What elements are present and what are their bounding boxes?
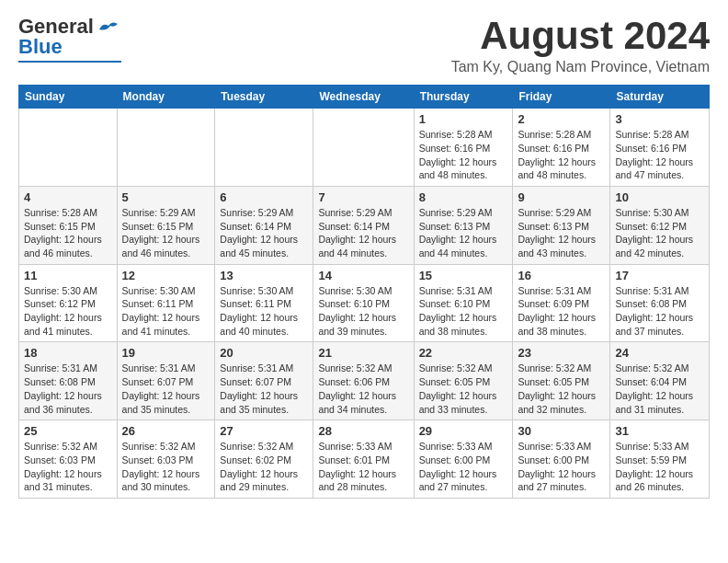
weekday-wednesday: Wednesday — [313, 86, 414, 109]
day-info: Sunrise: 5:32 AM Sunset: 6:02 PM Dayligh… — [220, 440, 308, 494]
day-info: Sunrise: 5:30 AM Sunset: 6:12 PM Dayligh… — [24, 284, 112, 339]
day-cell: 10Sunrise: 5:30 AM Sunset: 6:12 PM Dayli… — [610, 186, 710, 264]
day-cell: 29Sunrise: 5:33 AM Sunset: 6:00 PM Dayli… — [414, 420, 513, 499]
weekday-sunday: Sunday — [19, 86, 118, 109]
day-number: 28 — [318, 424, 408, 438]
day-cell: 26Sunrise: 5:32 AM Sunset: 6:03 PM Dayli… — [117, 420, 215, 499]
day-cell — [117, 109, 215, 187]
day-cell — [215, 109, 313, 187]
day-info: Sunrise: 5:29 AM Sunset: 6:15 PM Dayligh… — [122, 206, 210, 260]
day-number: 19 — [122, 346, 210, 360]
day-info: Sunrise: 5:29 AM Sunset: 6:14 PM Dayligh… — [220, 206, 308, 260]
day-info: Sunrise: 5:31 AM Sunset: 6:07 PM Dayligh… — [122, 362, 210, 416]
day-number: 18 — [24, 346, 112, 360]
day-info: Sunrise: 5:28 AM Sunset: 6:16 PM Dayligh… — [615, 128, 704, 182]
day-cell: 22Sunrise: 5:32 AM Sunset: 6:05 PM Dayli… — [414, 342, 513, 420]
day-info: Sunrise: 5:31 AM Sunset: 6:09 PM Dayligh… — [518, 284, 605, 339]
location: Tam Ky, Quang Nam Province, Vietnam — [451, 59, 710, 75]
day-info: Sunrise: 5:28 AM Sunset: 6:16 PM Dayligh… — [419, 128, 508, 182]
day-number: 21 — [318, 346, 408, 360]
day-cell: 31Sunrise: 5:33 AM Sunset: 5:59 PM Dayli… — [610, 420, 710, 499]
day-cell: 27Sunrise: 5:32 AM Sunset: 6:02 PM Dayli… — [215, 420, 313, 499]
day-number: 14 — [318, 269, 408, 282]
day-cell: 20Sunrise: 5:31 AM Sunset: 6:07 PM Dayli… — [215, 342, 313, 420]
day-number: 11 — [24, 269, 112, 282]
day-cell: 9Sunrise: 5:29 AM Sunset: 6:13 PM Daylig… — [513, 186, 610, 264]
day-info: Sunrise: 5:30 AM Sunset: 6:10 PM Dayligh… — [318, 284, 408, 339]
day-cell: 1Sunrise: 5:28 AM Sunset: 6:16 PM Daylig… — [414, 109, 513, 187]
day-info: Sunrise: 5:32 AM Sunset: 6:03 PM Dayligh… — [24, 440, 112, 494]
day-number: 7 — [318, 190, 408, 204]
day-info: Sunrise: 5:33 AM Sunset: 6:01 PM Dayligh… — [318, 440, 408, 494]
weekday-monday: Monday — [117, 86, 215, 109]
week-row-1: 1Sunrise: 5:28 AM Sunset: 6:16 PM Daylig… — [19, 109, 710, 187]
day-number: 9 — [518, 190, 605, 204]
day-number: 1 — [419, 112, 508, 126]
day-number: 23 — [518, 346, 605, 360]
day-number: 24 — [615, 346, 704, 360]
day-number: 8 — [419, 190, 508, 204]
day-info: Sunrise: 5:29 AM Sunset: 6:13 PM Dayligh… — [518, 206, 605, 260]
day-info: Sunrise: 5:30 AM Sunset: 6:11 PM Dayligh… — [122, 284, 210, 339]
day-number: 13 — [220, 269, 308, 282]
weekday-saturday: Saturday — [610, 86, 710, 109]
day-info: Sunrise: 5:32 AM Sunset: 6:05 PM Dayligh… — [419, 362, 508, 416]
day-number: 12 — [122, 269, 210, 282]
day-number: 4 — [24, 190, 112, 204]
logo-bird-icon — [96, 17, 121, 37]
week-row-4: 18Sunrise: 5:31 AM Sunset: 6:08 PM Dayli… — [19, 342, 710, 420]
week-row-3: 11Sunrise: 5:30 AM Sunset: 6:12 PM Dayli… — [19, 264, 710, 342]
weekday-thursday: Thursday — [414, 86, 513, 109]
logo-blue: Blue — [18, 35, 63, 59]
day-cell: 23Sunrise: 5:32 AM Sunset: 6:05 PM Dayli… — [513, 342, 610, 420]
day-number: 29 — [419, 424, 508, 438]
day-number: 31 — [615, 424, 704, 438]
day-number: 26 — [122, 424, 210, 438]
day-info: Sunrise: 5:28 AM Sunset: 6:15 PM Dayligh… — [24, 206, 112, 260]
day-cell: 2Sunrise: 5:28 AM Sunset: 6:16 PM Daylig… — [513, 109, 610, 187]
day-number: 15 — [419, 269, 508, 282]
day-number: 16 — [518, 269, 605, 282]
week-row-2: 4Sunrise: 5:28 AM Sunset: 6:15 PM Daylig… — [19, 186, 710, 264]
calendar-table: SundayMondayTuesdayWednesdayThursdayFrid… — [18, 85, 710, 499]
day-number: 6 — [220, 190, 308, 204]
day-cell: 21Sunrise: 5:32 AM Sunset: 6:06 PM Dayli… — [313, 342, 414, 420]
day-number: 22 — [419, 346, 508, 360]
day-cell: 17Sunrise: 5:31 AM Sunset: 6:08 PM Dayli… — [610, 264, 710, 342]
day-info: Sunrise: 5:32 AM Sunset: 6:04 PM Dayligh… — [615, 362, 704, 416]
logo-underline — [18, 61, 121, 63]
day-number: 20 — [220, 346, 308, 360]
day-info: Sunrise: 5:28 AM Sunset: 6:16 PM Dayligh… — [518, 128, 605, 182]
day-info: Sunrise: 5:32 AM Sunset: 6:03 PM Dayligh… — [122, 440, 210, 494]
day-cell: 18Sunrise: 5:31 AM Sunset: 6:08 PM Dayli… — [19, 342, 118, 420]
day-info: Sunrise: 5:33 AM Sunset: 5:59 PM Dayligh… — [615, 440, 704, 494]
day-cell: 12Sunrise: 5:30 AM Sunset: 6:11 PM Dayli… — [117, 264, 215, 342]
day-cell: 16Sunrise: 5:31 AM Sunset: 6:09 PM Dayli… — [513, 264, 610, 342]
day-info: Sunrise: 5:32 AM Sunset: 6:05 PM Dayligh… — [518, 362, 605, 416]
day-cell: 28Sunrise: 5:33 AM Sunset: 6:01 PM Dayli… — [313, 420, 414, 499]
header: General Blue August 2024 Tam Ky, Quang N… — [18, 15, 710, 75]
day-cell — [313, 109, 414, 187]
day-cell: 8Sunrise: 5:29 AM Sunset: 6:13 PM Daylig… — [414, 186, 513, 264]
day-info: Sunrise: 5:30 AM Sunset: 6:11 PM Dayligh… — [220, 284, 308, 339]
day-info: Sunrise: 5:31 AM Sunset: 6:10 PM Dayligh… — [419, 284, 508, 339]
day-cell: 14Sunrise: 5:30 AM Sunset: 6:10 PM Dayli… — [313, 264, 414, 342]
day-number: 2 — [518, 112, 605, 126]
day-info: Sunrise: 5:31 AM Sunset: 6:08 PM Dayligh… — [615, 284, 704, 339]
logo: General Blue — [18, 15, 121, 63]
day-cell: 25Sunrise: 5:32 AM Sunset: 6:03 PM Dayli… — [19, 420, 118, 499]
day-cell: 6Sunrise: 5:29 AM Sunset: 6:14 PM Daylig… — [215, 186, 313, 264]
title-section: August 2024 Tam Ky, Quang Nam Province, … — [451, 15, 710, 75]
day-cell: 7Sunrise: 5:29 AM Sunset: 6:14 PM Daylig… — [313, 186, 414, 264]
day-info: Sunrise: 5:29 AM Sunset: 6:13 PM Dayligh… — [419, 206, 508, 260]
day-number: 17 — [615, 269, 704, 282]
day-cell: 11Sunrise: 5:30 AM Sunset: 6:12 PM Dayli… — [19, 264, 118, 342]
day-number: 3 — [615, 112, 704, 126]
calendar-body: 1Sunrise: 5:28 AM Sunset: 6:16 PM Daylig… — [19, 109, 710, 499]
day-cell: 4Sunrise: 5:28 AM Sunset: 6:15 PM Daylig… — [19, 186, 118, 264]
day-number: 27 — [220, 424, 308, 438]
day-cell: 5Sunrise: 5:29 AM Sunset: 6:15 PM Daylig… — [117, 186, 215, 264]
day-info: Sunrise: 5:33 AM Sunset: 6:00 PM Dayligh… — [518, 440, 605, 494]
weekday-friday: Friday — [513, 86, 610, 109]
day-cell: 3Sunrise: 5:28 AM Sunset: 6:16 PM Daylig… — [610, 109, 710, 187]
